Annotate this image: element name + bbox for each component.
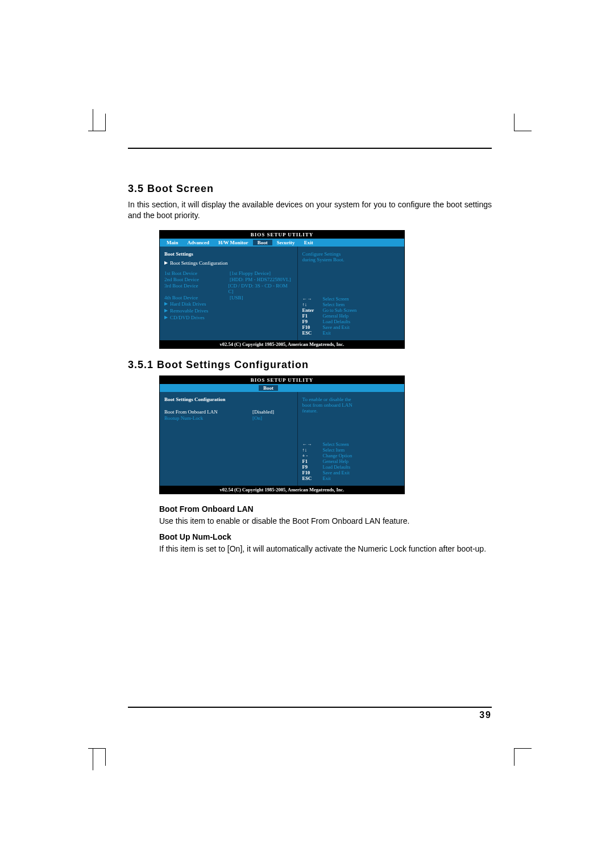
crop-mark-bl bbox=[88, 748, 106, 766]
boot-device-row[interactable]: 2nd Boot Device[HDD: PM - HDS722580VL] bbox=[164, 277, 293, 282]
submenu-boot-settings-config[interactable]: ▶ Boot Settings Configuration bbox=[164, 260, 293, 266]
triangle-icon: ▶ bbox=[164, 301, 168, 306]
section-intro: In this section, it will display the ava… bbox=[128, 199, 492, 221]
menu-advanced[interactable]: Advanced bbox=[183, 240, 214, 245]
bios-title: BIOS SETUP UTILITY bbox=[160, 376, 404, 384]
help-keys: ←→Select Screen ↑↓Select Item + -Change … bbox=[302, 441, 400, 481]
triangle-icon: ▶ bbox=[164, 308, 168, 313]
triangle-icon: ▶ bbox=[164, 315, 168, 320]
menu-security[interactable]: Security bbox=[272, 240, 300, 245]
submenu-removable[interactable]: ▶Removable Drives bbox=[164, 308, 293, 314]
bios-left-pane: Boot Settings Configuration Boot From On… bbox=[160, 392, 297, 486]
pane-header: Boot Settings bbox=[164, 251, 293, 257]
config-row[interactable]: Bootup Num-Lock [On] bbox=[164, 415, 293, 421]
page-number: 39 bbox=[479, 710, 492, 720]
help-description: To enable or disable the boot from onboa… bbox=[302, 397, 400, 414]
boot-device-row[interactable]: 3rd Boot Device[CD / DVD: 3S - CD - ROM … bbox=[164, 283, 293, 294]
boot-device-row[interactable]: 4th Boot Device[USB] bbox=[164, 295, 293, 301]
bios-copyright: v02.54 (C) Copyright 1985-2005, American… bbox=[160, 486, 404, 494]
pane-header: Boot Settings Configuration bbox=[164, 397, 293, 402]
submenu-hdd[interactable]: ▶Hard Disk Drives bbox=[164, 301, 293, 307]
help-keys: ←→Select Screen ↑↓Select Item EnterGo to… bbox=[302, 296, 400, 336]
section-number: 3.5 bbox=[128, 183, 144, 194]
page-content: 3.5 Boot Screen In this section, it will… bbox=[128, 148, 492, 560]
page-footer: 39 bbox=[128, 707, 492, 720]
crop-mark-tl bbox=[88, 114, 106, 131]
subsection-number: 3.5.1 bbox=[128, 359, 154, 370]
help-description: Configure Settings during System Boot. bbox=[302, 251, 400, 263]
header-rule bbox=[128, 148, 492, 149]
config-row-selected[interactable]: Boot From Onboard LAN [Disabled] bbox=[164, 409, 293, 415]
bios-right-pane: To enable or disable the boot from onboa… bbox=[297, 392, 404, 486]
bios-copyright: v02.54 (C) Copyright 1985-2005, American… bbox=[160, 340, 404, 348]
menu-main[interactable]: Main bbox=[162, 240, 183, 245]
subsection-title-text: Boot Settings Configuration bbox=[157, 359, 309, 370]
section-heading: 3.5 Boot Screen bbox=[128, 183, 492, 195]
menu-boot[interactable]: Boot bbox=[253, 240, 272, 245]
menu-hwmonitor[interactable]: H/W Monitor bbox=[214, 240, 253, 245]
submenu-cddvd[interactable]: ▶CD/DVD Drives bbox=[164, 315, 293, 320]
bios-boot-config: BIOS SETUP UTILITY Boot Boot Settings Co… bbox=[159, 375, 405, 494]
bios-menu-bar: Boot bbox=[160, 384, 404, 392]
definition-body: Use this item to enable or disable the B… bbox=[159, 516, 492, 527]
crop-mark-tr bbox=[514, 114, 532, 131]
bios-body: Boot Settings Configuration Boot From On… bbox=[160, 392, 404, 486]
bios-menu-bar: Main Advanced H/W Monitor Boot Security … bbox=[160, 239, 404, 247]
triangle-icon: ▶ bbox=[164, 260, 168, 265]
definitions: Boot From Onboard LAN Use this item to e… bbox=[159, 504, 492, 554]
definition-title: Boot Up Num-Lock bbox=[159, 532, 492, 541]
bios-title: BIOS SETUP UTILITY bbox=[160, 231, 404, 239]
section-title-text: Boot Screen bbox=[147, 183, 214, 194]
bios-left-pane: Boot Settings ▶ Boot Settings Configurat… bbox=[160, 247, 297, 340]
bios-body: Boot Settings ▶ Boot Settings Configurat… bbox=[160, 247, 404, 340]
menu-exit[interactable]: Exit bbox=[300, 240, 318, 245]
subsection-heading: 3.5.1 Boot Settings Configuration bbox=[128, 359, 492, 371]
bios-right-pane: Configure Settings during System Boot. ←… bbox=[297, 247, 404, 340]
definition-body: If this item is set to [On], it will aut… bbox=[159, 544, 492, 554]
boot-device-row[interactable]: 1st Boot Device[1st Floppy Device] bbox=[164, 270, 293, 276]
bios-boot-screen: BIOS SETUP UTILITY Main Advanced H/W Mon… bbox=[159, 230, 405, 349]
definition-title: Boot From Onboard LAN bbox=[159, 504, 492, 514]
crop-mark-br bbox=[514, 748, 532, 766]
menu-boot[interactable]: Boot bbox=[259, 385, 278, 391]
submenu-label: Boot Settings Configuration bbox=[170, 260, 228, 266]
